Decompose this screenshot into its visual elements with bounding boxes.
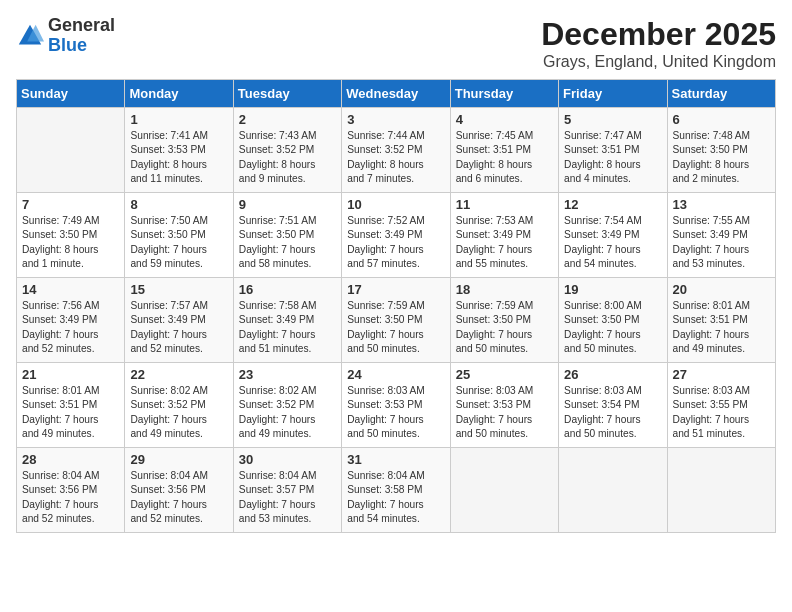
day-info: Sunrise: 8:01 AM Sunset: 3:51 PM Dayligh… (22, 384, 119, 441)
calendar-cell: 28Sunrise: 8:04 AM Sunset: 3:56 PM Dayli… (17, 448, 125, 533)
calendar-cell: 24Sunrise: 8:03 AM Sunset: 3:53 PM Dayli… (342, 363, 450, 448)
day-info: Sunrise: 7:51 AM Sunset: 3:50 PM Dayligh… (239, 214, 336, 271)
day-info: Sunrise: 7:47 AM Sunset: 3:51 PM Dayligh… (564, 129, 661, 186)
logo: General Blue (16, 16, 115, 56)
weekday-header: Sunday (17, 80, 125, 108)
page-header: General Blue December 2025 Grays, Englan… (16, 16, 776, 71)
title-block: December 2025 Grays, England, United Kin… (541, 16, 776, 71)
day-number: 6 (673, 112, 770, 127)
calendar-cell: 29Sunrise: 8:04 AM Sunset: 3:56 PM Dayli… (125, 448, 233, 533)
day-info: Sunrise: 7:59 AM Sunset: 3:50 PM Dayligh… (347, 299, 444, 356)
weekday-header: Monday (125, 80, 233, 108)
weekday-header: Tuesday (233, 80, 341, 108)
calendar-cell: 30Sunrise: 8:04 AM Sunset: 3:57 PM Dayli… (233, 448, 341, 533)
calendar-cell: 16Sunrise: 7:58 AM Sunset: 3:49 PM Dayli… (233, 278, 341, 363)
calendar-cell: 23Sunrise: 8:02 AM Sunset: 3:52 PM Dayli… (233, 363, 341, 448)
day-number: 31 (347, 452, 444, 467)
day-number: 9 (239, 197, 336, 212)
calendar-cell: 14Sunrise: 7:56 AM Sunset: 3:49 PM Dayli… (17, 278, 125, 363)
day-info: Sunrise: 8:04 AM Sunset: 3:56 PM Dayligh… (130, 469, 227, 526)
calendar-week-row: 28Sunrise: 8:04 AM Sunset: 3:56 PM Dayli… (17, 448, 776, 533)
calendar-cell (17, 108, 125, 193)
calendar-cell: 20Sunrise: 8:01 AM Sunset: 3:51 PM Dayli… (667, 278, 775, 363)
day-info: Sunrise: 7:57 AM Sunset: 3:49 PM Dayligh… (130, 299, 227, 356)
day-info: Sunrise: 8:04 AM Sunset: 3:57 PM Dayligh… (239, 469, 336, 526)
day-info: Sunrise: 7:58 AM Sunset: 3:49 PM Dayligh… (239, 299, 336, 356)
day-number: 14 (22, 282, 119, 297)
day-number: 3 (347, 112, 444, 127)
day-number: 15 (130, 282, 227, 297)
calendar-cell: 3Sunrise: 7:44 AM Sunset: 3:52 PM Daylig… (342, 108, 450, 193)
day-number: 13 (673, 197, 770, 212)
day-info: Sunrise: 7:56 AM Sunset: 3:49 PM Dayligh… (22, 299, 119, 356)
calendar-cell: 18Sunrise: 7:59 AM Sunset: 3:50 PM Dayli… (450, 278, 558, 363)
day-info: Sunrise: 7:49 AM Sunset: 3:50 PM Dayligh… (22, 214, 119, 271)
day-info: Sunrise: 7:52 AM Sunset: 3:49 PM Dayligh… (347, 214, 444, 271)
calendar-cell: 6Sunrise: 7:48 AM Sunset: 3:50 PM Daylig… (667, 108, 775, 193)
day-number: 2 (239, 112, 336, 127)
calendar-cell: 2Sunrise: 7:43 AM Sunset: 3:52 PM Daylig… (233, 108, 341, 193)
day-info: Sunrise: 8:00 AM Sunset: 3:50 PM Dayligh… (564, 299, 661, 356)
calendar-cell: 12Sunrise: 7:54 AM Sunset: 3:49 PM Dayli… (559, 193, 667, 278)
logo-general-text: General (48, 16, 115, 36)
calendar-cell: 22Sunrise: 8:02 AM Sunset: 3:52 PM Dayli… (125, 363, 233, 448)
day-number: 22 (130, 367, 227, 382)
day-number: 24 (347, 367, 444, 382)
day-info: Sunrise: 8:03 AM Sunset: 3:53 PM Dayligh… (347, 384, 444, 441)
day-number: 18 (456, 282, 553, 297)
day-number: 8 (130, 197, 227, 212)
weekday-header: Wednesday (342, 80, 450, 108)
calendar-cell: 11Sunrise: 7:53 AM Sunset: 3:49 PM Dayli… (450, 193, 558, 278)
day-number: 19 (564, 282, 661, 297)
day-number: 29 (130, 452, 227, 467)
weekday-header: Thursday (450, 80, 558, 108)
day-number: 4 (456, 112, 553, 127)
calendar-body: 1Sunrise: 7:41 AM Sunset: 3:53 PM Daylig… (17, 108, 776, 533)
logo-icon (16, 22, 44, 50)
calendar-table: SundayMondayTuesdayWednesdayThursdayFrid… (16, 79, 776, 533)
day-number: 21 (22, 367, 119, 382)
calendar-week-row: 21Sunrise: 8:01 AM Sunset: 3:51 PM Dayli… (17, 363, 776, 448)
day-info: Sunrise: 8:04 AM Sunset: 3:56 PM Dayligh… (22, 469, 119, 526)
day-number: 17 (347, 282, 444, 297)
calendar-cell: 9Sunrise: 7:51 AM Sunset: 3:50 PM Daylig… (233, 193, 341, 278)
day-number: 5 (564, 112, 661, 127)
calendar-header: SundayMondayTuesdayWednesdayThursdayFrid… (17, 80, 776, 108)
calendar-cell: 27Sunrise: 8:03 AM Sunset: 3:55 PM Dayli… (667, 363, 775, 448)
calendar-cell: 1Sunrise: 7:41 AM Sunset: 3:53 PM Daylig… (125, 108, 233, 193)
day-number: 20 (673, 282, 770, 297)
day-info: Sunrise: 7:54 AM Sunset: 3:49 PM Dayligh… (564, 214, 661, 271)
calendar-cell: 21Sunrise: 8:01 AM Sunset: 3:51 PM Dayli… (17, 363, 125, 448)
calendar-cell: 31Sunrise: 8:04 AM Sunset: 3:58 PM Dayli… (342, 448, 450, 533)
day-number: 30 (239, 452, 336, 467)
day-info: Sunrise: 7:50 AM Sunset: 3:50 PM Dayligh… (130, 214, 227, 271)
day-number: 12 (564, 197, 661, 212)
weekday-header: Saturday (667, 80, 775, 108)
day-number: 23 (239, 367, 336, 382)
calendar-cell: 15Sunrise: 7:57 AM Sunset: 3:49 PM Dayli… (125, 278, 233, 363)
day-info: Sunrise: 8:03 AM Sunset: 3:55 PM Dayligh… (673, 384, 770, 441)
calendar-cell (667, 448, 775, 533)
day-info: Sunrise: 8:03 AM Sunset: 3:54 PM Dayligh… (564, 384, 661, 441)
calendar-cell: 7Sunrise: 7:49 AM Sunset: 3:50 PM Daylig… (17, 193, 125, 278)
month-title: December 2025 (541, 16, 776, 53)
calendar-week-row: 1Sunrise: 7:41 AM Sunset: 3:53 PM Daylig… (17, 108, 776, 193)
calendar-cell: 25Sunrise: 8:03 AM Sunset: 3:53 PM Dayli… (450, 363, 558, 448)
day-info: Sunrise: 7:45 AM Sunset: 3:51 PM Dayligh… (456, 129, 553, 186)
day-info: Sunrise: 7:55 AM Sunset: 3:49 PM Dayligh… (673, 214, 770, 271)
day-info: Sunrise: 8:02 AM Sunset: 3:52 PM Dayligh… (239, 384, 336, 441)
calendar-cell: 10Sunrise: 7:52 AM Sunset: 3:49 PM Dayli… (342, 193, 450, 278)
day-number: 26 (564, 367, 661, 382)
day-number: 27 (673, 367, 770, 382)
calendar-cell: 26Sunrise: 8:03 AM Sunset: 3:54 PM Dayli… (559, 363, 667, 448)
calendar-cell (559, 448, 667, 533)
calendar-cell: 17Sunrise: 7:59 AM Sunset: 3:50 PM Dayli… (342, 278, 450, 363)
logo-blue-text: Blue (48, 36, 115, 56)
day-number: 7 (22, 197, 119, 212)
day-info: Sunrise: 8:04 AM Sunset: 3:58 PM Dayligh… (347, 469, 444, 526)
calendar-cell: 8Sunrise: 7:50 AM Sunset: 3:50 PM Daylig… (125, 193, 233, 278)
day-info: Sunrise: 7:44 AM Sunset: 3:52 PM Dayligh… (347, 129, 444, 186)
day-number: 10 (347, 197, 444, 212)
calendar-cell (450, 448, 558, 533)
day-number: 1 (130, 112, 227, 127)
